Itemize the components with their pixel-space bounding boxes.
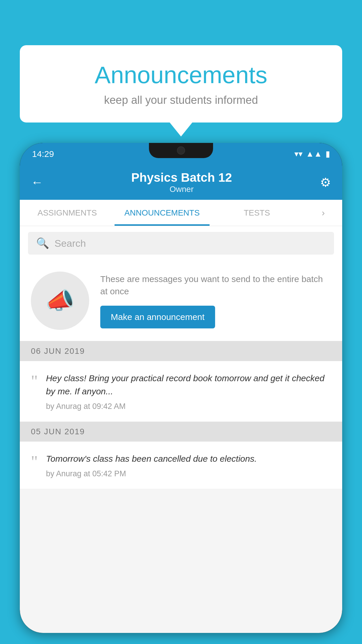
search-icon: 🔍 (36, 237, 49, 249)
search-input-wrap[interactable]: 🔍 Search (28, 232, 334, 255)
tab-assignments[interactable]: ASSIGNMENTS (20, 200, 115, 226)
phone-screen: 14:29 ▾▾ ▲▲ ▮ ← Physics Batch 12 Owner ⚙ (20, 143, 342, 633)
announcement-author-1: by Anurag at 09:42 AM (46, 402, 331, 411)
quote-icon-1: " (31, 373, 38, 390)
notch (149, 143, 213, 158)
speech-bubble-subtitle: keep all your students informed (37, 94, 325, 106)
cta-description: These are messages you want to send to t… (100, 273, 331, 298)
megaphone-circle: 📣 (31, 272, 89, 330)
announcement-text-2: Tomorrow's class has been cancelled due … (46, 452, 331, 465)
tab-more[interactable]: › (304, 200, 342, 226)
app-bar-subtitle: Owner (131, 185, 232, 194)
back-button[interactable]: ← (31, 175, 43, 189)
announcement-text-1: Hey class! Bring your practical record b… (46, 372, 331, 398)
status-icons: ▾▾ ▲▲ ▮ (294, 149, 330, 159)
tab-bar: ASSIGNMENTS ANNOUNCEMENTS TESTS › (20, 200, 342, 226)
speech-bubble: Announcements keep all your students inf… (20, 45, 342, 123)
announcement-item-1[interactable]: " Hey class! Bring your practical record… (20, 361, 342, 422)
app-bar-title: Physics Batch 12 (131, 171, 232, 185)
phone-frame: 14:29 ▾▾ ▲▲ ▮ ← Physics Batch 12 Owner ⚙ (20, 143, 342, 633)
speech-bubble-container: Announcements keep all your students inf… (20, 45, 342, 123)
announcement-item-2[interactable]: " Tomorrow's class has been cancelled du… (20, 442, 342, 489)
announcement-content-1: Hey class! Bring your practical record b… (46, 372, 331, 411)
date-header-2: 05 JUN 2019 (20, 422, 342, 442)
announcement-author-2: by Anurag at 05:42 PM (46, 469, 331, 478)
phone-container: 14:29 ▾▾ ▲▲ ▮ ← Physics Batch 12 Owner ⚙ (20, 143, 342, 644)
make-announcement-button[interactable]: Make an announcement (100, 306, 215, 328)
announcement-cta: 📣 These are messages you want to send to… (20, 260, 342, 341)
megaphone-icon: 📣 (45, 287, 75, 314)
tab-announcements[interactable]: ANNOUNCEMENTS (115, 200, 209, 226)
battery-icon: ▮ (326, 149, 330, 159)
camera (177, 146, 185, 155)
quote-icon-2: " (31, 453, 38, 470)
cta-right: These are messages you want to send to t… (100, 273, 331, 328)
app-bar-center: Physics Batch 12 Owner (131, 171, 232, 194)
app-bar: ← Physics Batch 12 Owner ⚙ (20, 165, 342, 200)
status-time: 14:29 (32, 149, 54, 159)
date-header-1: 06 JUN 2019 (20, 341, 342, 361)
search-bar: 🔍 Search (20, 226, 342, 260)
settings-button[interactable]: ⚙ (320, 175, 331, 190)
wifi-icon: ▾▾ (294, 149, 303, 159)
tab-tests[interactable]: TESTS (210, 200, 304, 226)
speech-bubble-title: Announcements (37, 61, 325, 89)
search-placeholder: Search (55, 238, 86, 249)
screen-content: 🔍 Search 📣 These are messages you want t… (20, 226, 342, 633)
signal-icon: ▲▲ (306, 149, 322, 159)
announcement-content-2: Tomorrow's class has been cancelled due … (46, 452, 331, 478)
